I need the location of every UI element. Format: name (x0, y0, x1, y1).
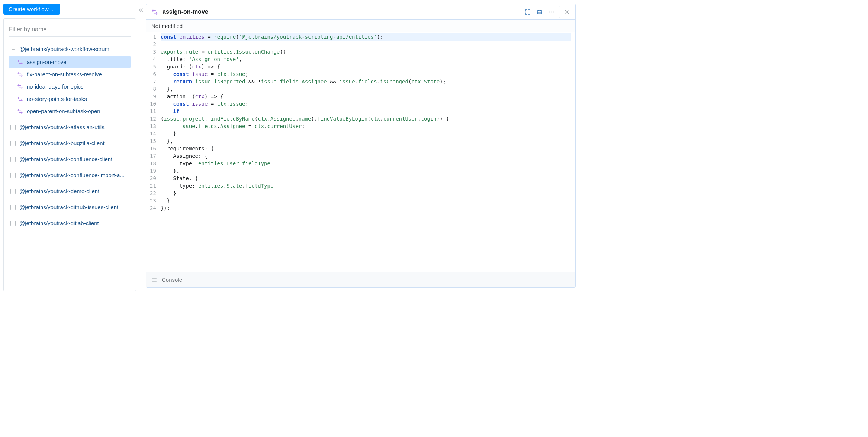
toolbox-icon (536, 9, 543, 15)
code-line[interactable]: const issue = ctx.issue; (161, 100, 571, 108)
code-line[interactable]: return issue.isReported && !issue.fields… (161, 78, 571, 85)
line-number: 11 (150, 108, 156, 115)
svg-point-0 (549, 11, 550, 12)
console-toggle[interactable]: Console (146, 272, 575, 287)
workflow-rule-icon (17, 71, 23, 77)
tree-group-label: @jetbrains/youtrack-confluence-client (19, 156, 112, 162)
tree-collapsed-groups: +@jetbrains/youtrack-atlassian-utils+@je… (9, 121, 131, 229)
tree-group-collapsed[interactable]: +@jetbrains/youtrack-github-issues-clien… (9, 201, 131, 213)
svg-point-1 (551, 11, 552, 12)
line-number: 23 (150, 197, 156, 204)
editor-status: Not modified (146, 20, 575, 32)
tree-rule-item[interactable]: fix-parent-on-subtasks-resolve (9, 68, 131, 80)
tree-group-collapsed[interactable]: +@jetbrains/youtrack-gitlab-client (9, 217, 131, 229)
line-number: 17 (150, 152, 156, 160)
editor-title: assign-on-move (163, 9, 522, 15)
expand-icon: + (10, 141, 16, 146)
line-number: 4 (150, 55, 156, 63)
code-line[interactable]: }, (161, 85, 571, 93)
tree-group-collapsed[interactable]: +@jetbrains/youtrack-bugzilla-client (9, 137, 131, 149)
code-line[interactable]: } (161, 197, 571, 204)
code-line[interactable]: if (161, 108, 571, 115)
tree-group-label: @jetbrains/youtrack-demo-client (19, 188, 99, 194)
tree-rule-label: fix-parent-on-subtasks-resolve (27, 71, 102, 77)
workflow-rule-icon (17, 84, 23, 90)
code-line[interactable]: }, (161, 137, 571, 145)
tree-group-label: @jetbrains/youtrack-atlassian-utils (19, 124, 105, 130)
tree-group-label: @jetbrains/youtrack-bugzilla-client (19, 140, 105, 146)
code-line[interactable]: const issue = ctx.issue; (161, 70, 571, 78)
code-line[interactable]: } (161, 130, 571, 137)
line-number: 24 (150, 204, 156, 212)
line-number: 15 (150, 137, 156, 145)
line-number: 21 (150, 182, 156, 189)
expand-icon: + (10, 125, 16, 130)
code-line[interactable]: } (161, 189, 571, 197)
tree-group-expanded[interactable]: – @jetbrains/youtrack-workflow-scrum (9, 43, 131, 55)
code-line[interactable] (161, 41, 571, 48)
code-line[interactable]: }, (161, 167, 571, 175)
line-number: 22 (150, 189, 156, 197)
console-label: Console (162, 277, 182, 283)
line-number: 7 (150, 78, 156, 85)
code-line[interactable]: Assignee: { (161, 152, 571, 160)
tree-rule-label: no-ideal-days-for-epics (27, 83, 84, 90)
line-number: 13 (150, 122, 156, 130)
more-button[interactable] (546, 6, 557, 18)
filter-input[interactable] (9, 24, 131, 37)
collapse-sidebar-button[interactable] (136, 0, 146, 291)
expand-icon: + (10, 157, 16, 162)
code-line[interactable]: issue.fields.Assignee = ctx.currentUser; (161, 122, 571, 130)
svg-point-2 (553, 11, 554, 12)
code-line[interactable]: title: 'Assign on move', (161, 55, 571, 63)
code-line[interactable]: State: { (161, 175, 571, 182)
line-number: 1 (150, 33, 156, 41)
more-horizontal-icon (548, 9, 555, 15)
code-editor[interactable]: 123456789101112131415161718192021222324 … (146, 32, 575, 272)
tree-rule-label: assign-on-move (27, 59, 67, 65)
workflow-rule-icon (151, 9, 158, 15)
code-line[interactable]: type: entities.State.fieldType (161, 182, 571, 189)
tree-group-collapsed[interactable]: +@jetbrains/youtrack-confluence-import-a… (9, 169, 131, 181)
tree-group-label: @jetbrains/youtrack-gitlab-client (19, 220, 99, 226)
line-number: 6 (150, 70, 156, 78)
tree-rule-item[interactable]: assign-on-move (9, 56, 131, 68)
line-number: 20 (150, 175, 156, 182)
code-line[interactable]: type: entities.User.fieldType (161, 160, 571, 167)
code-line[interactable]: (issue.project.findFieldByName(ctx.Assig… (161, 115, 571, 122)
tree-children: assign-on-movefix-parent-on-subtasks-res… (9, 56, 131, 117)
tree-rule-item[interactable]: no-ideal-days-for-epics (9, 80, 131, 93)
editor-pane: assign-on-move Not modified 123456789101… (146, 4, 576, 288)
workflow-rule-icon (17, 96, 23, 102)
fullscreen-icon (524, 9, 531, 15)
tree-group-collapsed[interactable]: +@jetbrains/youtrack-confluence-client (9, 153, 131, 165)
code-line[interactable]: requirements: { (161, 145, 571, 152)
code-content[interactable]: const entities = require('@jetbrains/you… (159, 32, 575, 272)
toolbox-button[interactable] (534, 6, 546, 18)
code-line[interactable]: exports.rule = entities.Issue.onChange({ (161, 48, 571, 55)
console-icon (151, 277, 157, 283)
code-line[interactable]: guard: (ctx) => { (161, 63, 571, 70)
line-number: 12 (150, 115, 156, 122)
line-number: 10 (150, 100, 156, 108)
fullscreen-button[interactable] (522, 6, 534, 18)
tree-group-collapsed[interactable]: +@jetbrains/youtrack-atlassian-utils (9, 121, 131, 133)
code-line[interactable]: action: (ctx) => { (161, 93, 571, 100)
tree-rule-item[interactable]: open-parent-on-subtask-open (9, 105, 131, 117)
tree-rule-label: no-story-points-for-tasks (27, 96, 87, 102)
code-line[interactable]: }); (161, 204, 571, 212)
code-line[interactable]: const entities = require('@jetbrains/you… (161, 33, 571, 41)
close-button[interactable] (559, 6, 572, 18)
workflow-tree-panel: – @jetbrains/youtrack-workflow-scrum ass… (3, 18, 136, 291)
chevron-double-left-icon (138, 7, 144, 13)
line-number: 3 (150, 48, 156, 55)
tree-group-collapsed[interactable]: +@jetbrains/youtrack-demo-client (9, 185, 131, 197)
line-number: 18 (150, 160, 156, 167)
line-number: 8 (150, 85, 156, 93)
line-number: 19 (150, 167, 156, 175)
create-workflow-button[interactable]: Create workflow ... (3, 4, 60, 15)
tree-rule-item[interactable]: no-story-points-for-tasks (9, 93, 131, 105)
sidebar: Create workflow ... – @jetbrains/youtrac… (0, 0, 136, 291)
expand-icon: + (10, 189, 16, 194)
workflow-rule-icon (17, 59, 23, 65)
